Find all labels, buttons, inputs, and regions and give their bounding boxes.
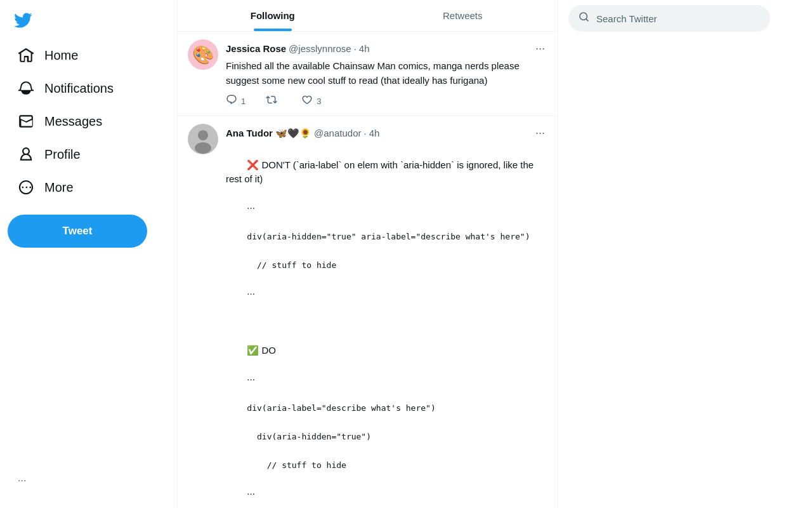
mail-icon [18, 113, 34, 130]
tweet-actions: 1 3 [226, 94, 547, 108]
reply-count: 1 [241, 97, 246, 106]
main-nav: Home Notifications Messages [8, 38, 169, 204]
tweet-card: Ana Tudor 🦋🖤🌻 @anatudor · 4h ··· ❌ DON'T… [178, 116, 558, 508]
like-button[interactable]: 3 [301, 94, 321, 108]
home-icon [18, 47, 34, 64]
nav-home-label: Home [44, 48, 78, 63]
bell-icon [18, 80, 34, 97]
tweet-button[interactable]: Tweet [8, 215, 147, 248]
right-sidebar [558, 0, 780, 508]
tweet-time: · [364, 128, 367, 138]
tweet-header: Ana Tudor 🦋🖤🌻 @anatudor · 4h ··· [226, 124, 547, 142]
nav-home[interactable]: Home [8, 39, 169, 71]
retweet-button[interactable] [266, 94, 281, 108]
sidebar: Home Notifications Messages [0, 0, 178, 508]
tab-retweets[interactable]: Retweets [368, 0, 558, 31]
nav-more-label: More [44, 180, 74, 195]
tweet-timestamp: 4h [359, 43, 370, 54]
search-icon [579, 11, 590, 25]
tweet-header: Jessica Rose @jesslynnrose · 4h ··· [226, 39, 547, 58]
main-feed: Following Retweets 🎨 Jessica Rose @jessl… [178, 0, 558, 508]
tweet-author-name: Ana Tudor 🦋🖤🌻 [226, 128, 311, 139]
person-icon [18, 146, 34, 163]
tweet-meta: Ana Tudor 🦋🖤🌻 @anatudor · 4h [226, 128, 379, 139]
nav-more[interactable]: More [8, 171, 169, 203]
tweet-text: Finished all the available Chainsaw Man … [226, 59, 547, 88]
tweet-time: · [354, 43, 357, 54]
tab-following[interactable]: Following [178, 0, 368, 31]
svg-point-1 [198, 130, 208, 140]
more-icon [18, 179, 34, 196]
nav-notifications-label: Notifications [44, 81, 114, 96]
tweet-body: Ana Tudor 🦋🖤🌻 @anatudor · 4h ··· ❌ DON'T… [226, 124, 547, 508]
ellipsis-icon: ··· [18, 475, 26, 486]
nav-profile[interactable]: Profile [8, 138, 169, 170]
nav-profile-label: Profile [44, 147, 81, 162]
nav-notifications[interactable]: Notifications [8, 72, 169, 104]
tweet-author-name: Jessica Rose [226, 43, 286, 54]
retweet-icon [266, 94, 277, 108]
tweet-more-button[interactable]: ··· [533, 124, 547, 142]
tweet-meta: Jessica Rose @jesslynnrose · 4h [226, 43, 370, 54]
tweet-handle: @jesslynnrose [289, 43, 351, 54]
reply-icon [226, 94, 237, 108]
tweet-body: Jessica Rose @jesslynnrose · 4h ··· Fini… [226, 39, 547, 108]
reply-button[interactable]: 1 [226, 94, 246, 108]
feed-tabs: Following Retweets [178, 0, 558, 32]
tweet-more-button[interactable]: ··· [533, 39, 547, 58]
avatar: 🎨 [188, 39, 218, 70]
avatar [188, 124, 218, 154]
sidebar-bottom-more[interactable]: ··· [8, 469, 36, 493]
search-bar [568, 5, 770, 32]
search-input[interactable] [596, 13, 760, 24]
tweet-card: 🎨 Jessica Rose @jesslynnrose · 4h ··· Fi… [178, 32, 558, 116]
tweet-text: ❌ DON'T (`aria-label` on elem with `aria… [226, 144, 547, 508]
like-count: 3 [317, 97, 321, 106]
svg-point-2 [195, 142, 211, 154]
tweet-timestamp: 4h [369, 128, 380, 138]
nav-messages[interactable]: Messages [8, 105, 169, 137]
twitter-logo[interactable] [8, 5, 38, 36]
heart-icon [301, 94, 313, 108]
tweet-handle: @anatudor [314, 128, 361, 138]
nav-messages-label: Messages [44, 114, 102, 129]
